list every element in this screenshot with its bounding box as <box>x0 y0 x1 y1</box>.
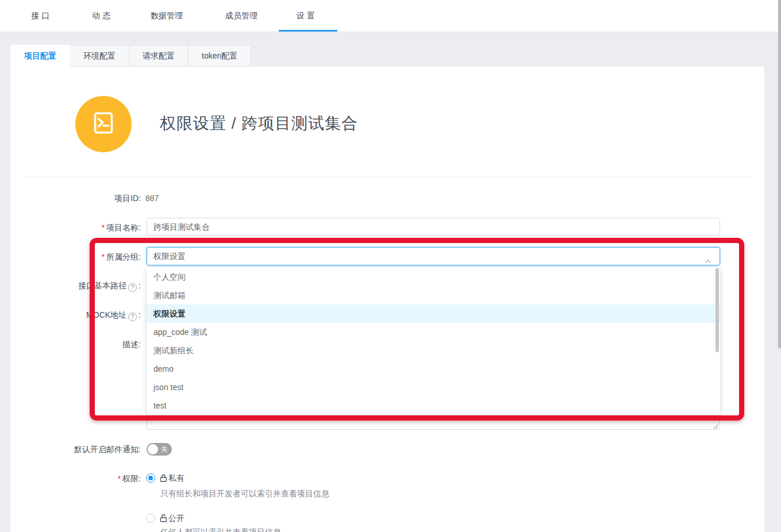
private-option-label[interactable]: 私有 <box>160 473 184 484</box>
permission-label: *权限: <box>0 474 141 484</box>
mail-notice-toggle[interactable]: 关 <box>147 443 172 456</box>
lock-icon <box>160 474 167 484</box>
resize-grip-icon[interactable] <box>711 421 718 428</box>
description-label: 描述: <box>0 340 141 350</box>
top-navbar: 接 口 动 态 数据管理 成员管理 设 置 <box>0 0 781 32</box>
radio-private[interactable] <box>146 473 155 483</box>
radio-public[interactable] <box>146 514 155 523</box>
help-icon[interactable]: ? <box>128 283 137 292</box>
project-id-value: 887 <box>145 194 159 203</box>
project-avatar <box>75 96 132 152</box>
dropdown-option[interactable]: json test <box>147 378 720 396</box>
unlock-icon <box>160 514 167 524</box>
dropdown-option[interactable]: 测试邮箱 <box>147 286 720 304</box>
mail-notice-label: 默认开启邮件通知: <box>0 445 141 455</box>
dropdown-scrollbar[interactable] <box>715 268 719 352</box>
page-title: 权限设置 / 跨项目测试集合 <box>160 113 358 134</box>
tab-token-config[interactable]: token配置 <box>188 45 251 67</box>
project-id-label: 项目ID: <box>0 194 141 204</box>
terminal-icon <box>90 109 117 139</box>
dropdown-option[interactable]: demo <box>147 360 720 378</box>
active-nav-underline <box>279 30 337 32</box>
nav-item-data-management[interactable]: 数据管理 <box>151 11 183 21</box>
page-scrollbar-thumb[interactable] <box>778 0 781 348</box>
header-divider <box>25 177 751 178</box>
dropdown-option[interactable]: test <box>147 396 720 415</box>
settings-tabbar: 项目配置 环境配置 请求配置 token配置 <box>10 45 251 67</box>
nav-item-activity[interactable]: 动 态 <box>92 11 110 21</box>
nav-item-member-management[interactable]: 成员管理 <box>225 11 257 21</box>
group-select-value: 权限设置 <box>153 252 186 261</box>
basepath-label: 接口基本路径?: <box>0 281 141 292</box>
dropdown-option[interactable]: app_code 测试 <box>147 323 720 341</box>
toggle-state-label: 关 <box>161 445 168 453</box>
dropdown-option[interactable]: 测试新组长 <box>147 341 720 360</box>
public-option-label[interactable]: 公开 <box>160 514 184 524</box>
tab-project-config[interactable]: 项目配置 <box>10 45 70 67</box>
toggle-knob <box>148 444 158 454</box>
dropdown-option[interactable]: 个人空间 <box>147 268 720 286</box>
tab-env-config[interactable]: 环境配置 <box>70 45 129 67</box>
tab-request-config[interactable]: 请求配置 <box>129 45 188 67</box>
chevron-up-icon <box>705 253 711 260</box>
group-dropdown: 个人空间 测试邮箱 权限设置 app_code 测试 测试新组长 demo js… <box>147 268 720 415</box>
public-option-desc: 任何人都可以索引并查看项目信息 <box>160 527 281 532</box>
page: 接 口 动 态 数据管理 成员管理 设 置 项目配置 环境配置 请求配置 tok… <box>0 0 781 532</box>
dropdown-option-selected[interactable]: 权限设置 <box>147 304 720 323</box>
help-icon[interactable]: ? <box>128 313 137 321</box>
mock-url-label: MOCK地址?: <box>0 310 141 321</box>
private-option-desc: 只有组长和项目开发者可以索引并查看项目信息 <box>160 489 329 499</box>
nav-item-interface[interactable]: 接 口 <box>31 11 49 21</box>
nav-item-settings[interactable]: 设 置 <box>297 11 315 21</box>
project-name-input[interactable]: 跨项目测试集合 <box>147 218 720 236</box>
group-select[interactable]: 权限设置 <box>147 247 720 265</box>
project-name-label: *项目名称: <box>0 223 141 233</box>
group-label: *所属分组: <box>0 252 141 263</box>
